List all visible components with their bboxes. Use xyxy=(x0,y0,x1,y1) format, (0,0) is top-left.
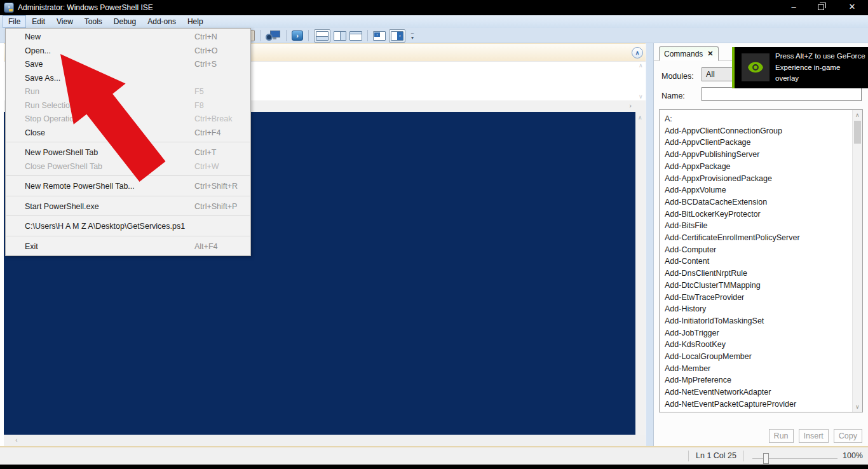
file-menu-item[interactable]: New Remote PowerShell Tab... Ctrl+Shift+… xyxy=(6,180,250,194)
command-list-item[interactable]: Add-CertificateEnrollmentPolicyServer xyxy=(665,232,862,244)
menubar-item[interactable]: Help xyxy=(182,15,209,28)
command-list-scrollbar[interactable]: ∧ ∨ xyxy=(852,110,862,412)
file-menu-item-label: Close PowerShell Tab xyxy=(25,162,102,171)
command-list-item[interactable]: Add-BitLockerKeyProtector xyxy=(665,208,862,221)
tab-commands[interactable]: Commands ✕ xyxy=(659,46,719,61)
menubar-item[interactable]: Tools xyxy=(79,15,108,28)
run-button[interactable]: Run xyxy=(769,429,794,443)
command-list-item[interactable]: A: xyxy=(665,113,862,125)
file-menu-item-shortcut: F8 xyxy=(194,99,204,113)
toolbar-separator xyxy=(367,30,368,41)
command-list-item[interactable]: Add-BCDataCacheExtension xyxy=(665,196,862,208)
file-menu-item[interactable]: Close Ctrl+F4 xyxy=(6,126,250,140)
file-menu-item[interactable]: Open... Ctrl+O xyxy=(6,44,250,58)
menubar-item[interactable]: Add-ons xyxy=(142,15,182,28)
zoom-slider-thumb[interactable] xyxy=(763,453,769,464)
scroll-left-icon[interactable]: ‹ xyxy=(15,436,18,444)
tab-close-icon[interactable]: ✕ xyxy=(707,50,713,58)
file-menu-item xyxy=(6,175,250,180)
window-title: Administrator: Windows PowerShell ISE xyxy=(18,0,153,15)
command-list-item[interactable]: Add-Computer xyxy=(665,244,862,256)
geforce-overlay-notification: Press Alt+Z to use GeForce Experience in… xyxy=(732,47,868,88)
file-menu-item[interactable]: New PowerShell Tab Ctrl+T xyxy=(6,146,250,160)
globe-glyph xyxy=(266,34,273,41)
new-remote-powershell-tab-icon[interactable] xyxy=(266,30,281,41)
collapse-script-pane-icon[interactable]: ∧ xyxy=(632,47,643,58)
command-list-item[interactable]: Add-History xyxy=(665,303,862,315)
command-list-item[interactable]: Add-Member xyxy=(665,363,862,375)
file-menu-item[interactable]: Stop Operation Ctrl+Break xyxy=(6,112,250,126)
menubar-item[interactable]: File xyxy=(3,15,26,28)
file-menu-item[interactable]: Save As... xyxy=(6,72,250,86)
file-menu-item[interactable]: Exit Alt+F4 xyxy=(6,240,250,254)
scroll-up-icon[interactable]: ∧ xyxy=(855,112,860,118)
file-menu-item-label: Stop Operation xyxy=(25,114,78,123)
command-list-item[interactable]: Add-AppvClientConnectionGroup xyxy=(665,125,862,137)
name-input[interactable] xyxy=(702,87,862,101)
file-menu-item xyxy=(6,196,250,200)
titlebar-glyph xyxy=(350,32,362,34)
command-list-items: A:Add-AppvClientConnectionGroupAdd-AppvC… xyxy=(660,110,862,411)
command-list-item[interactable]: Add-DnsClientNrptRule xyxy=(665,268,862,280)
file-menu-item[interactable]: Start PowerShell.exe Ctrl+Shift+P xyxy=(6,200,250,214)
show-script-pane-maximized-icon[interactable]: › xyxy=(391,31,403,41)
command-list-item[interactable]: Add-EtwTraceProvider xyxy=(665,292,862,304)
command-list-item[interactable]: Add-AppvPublishingServer xyxy=(665,149,862,161)
layout-script-right-icon[interactable] xyxy=(334,31,346,41)
menubar-item[interactable]: Debug xyxy=(108,15,142,28)
command-list-item[interactable]: Add-MpPreference xyxy=(665,374,862,386)
title-bar: › Administrator: Windows PowerShell ISE … xyxy=(0,0,868,15)
command-list-item[interactable]: Add-AppvClientPackage xyxy=(665,137,862,149)
file-menu-item[interactable]: Run F5 xyxy=(6,85,250,99)
layout-script-top-selected xyxy=(314,29,330,43)
show-script-pane-top-icon[interactable]: › xyxy=(373,31,386,41)
insert-button[interactable]: Insert xyxy=(799,429,829,443)
scrollbar-thumb[interactable] xyxy=(854,121,861,144)
layout-console-only-icon[interactable] xyxy=(349,31,362,41)
scroll-right-icon[interactable]: › xyxy=(629,102,632,109)
file-menu-item[interactable]: C:\Users\H A M Z A\Desktop\GetServices.p… xyxy=(6,220,250,234)
scroll-up-icon[interactable]: ∧ xyxy=(638,114,642,121)
file-menu-item[interactable]: New Ctrl+N xyxy=(6,31,250,44)
command-list-item[interactable]: Add-InitiatorIdToMaskingSet xyxy=(665,315,862,327)
command-list-item[interactable]: Add-BitsFile xyxy=(665,220,862,232)
file-menu-item-shortcut: Ctrl+N xyxy=(194,31,217,44)
command-list-item[interactable]: Add-NetEventPacketCaptureProvider xyxy=(665,398,862,411)
scroll-down-icon[interactable]: ∨ xyxy=(855,404,860,410)
ps-pane-glyph: › xyxy=(397,32,403,40)
command-list: A:Add-AppvClientConnectionGroupAdd-AppvC… xyxy=(659,109,863,412)
layout-script-top-icon[interactable] xyxy=(316,31,329,41)
command-list-item[interactable]: Add-LocalGroupMember xyxy=(665,351,862,363)
editor-vertical-scrollbar[interactable]: ∧ ∨ xyxy=(637,62,646,100)
menubar-item-label: Debug xyxy=(114,17,136,26)
file-menu-item-shortcut: F5 xyxy=(194,85,204,99)
start-powershell-icon[interactable]: › xyxy=(292,31,303,41)
file-menu-item[interactable]: Close PowerShell Tab Ctrl+W xyxy=(6,160,250,174)
file-menu-item xyxy=(6,236,250,240)
file-menu-item[interactable]: Run Selection F8 xyxy=(6,99,250,113)
scroll-up-icon[interactable]: ∧ xyxy=(639,62,643,69)
command-list-item[interactable]: Add-AppxProvisionedPackage xyxy=(665,173,862,185)
toolbar-overflow-icon[interactable]: –▾ xyxy=(409,31,416,41)
command-list-item[interactable]: Add-AppxVolume xyxy=(665,184,862,196)
scroll-down-icon[interactable]: ∨ xyxy=(639,93,643,100)
command-list-item[interactable]: Add-AppxPackage xyxy=(665,161,862,173)
file-menu-item-label: Save As... xyxy=(25,74,60,83)
console-vertical-scrollbar[interactable]: ∧ xyxy=(635,112,646,435)
window-bottom-border xyxy=(0,465,868,469)
command-list-item[interactable]: Add-Content xyxy=(665,255,862,268)
close-icon[interactable]: ✕ xyxy=(843,0,862,15)
panel-buttons: RunInsertCopy xyxy=(769,429,862,443)
command-list-item[interactable]: Add-NetEventNetworkAdapter xyxy=(665,386,862,398)
menubar-item[interactable]: Edit xyxy=(26,15,51,28)
command-list-item[interactable]: Add-JobTrigger xyxy=(665,327,862,339)
copy-button[interactable]: Copy xyxy=(834,429,862,443)
restore-icon[interactable] xyxy=(811,0,831,15)
file-menu-item[interactable]: Save Ctrl+S xyxy=(6,58,250,72)
command-list-item[interactable]: Add-KdsRootKey xyxy=(665,339,862,351)
command-list-item[interactable]: Add-DtcClusterTMMapping xyxy=(665,280,862,292)
minimize-icon[interactable]: – xyxy=(784,0,803,15)
panel-splitter[interactable] xyxy=(646,43,653,446)
menubar-item[interactable]: View xyxy=(51,15,79,28)
console-horizontal-scrollbar[interactable]: ‹ xyxy=(4,435,646,446)
